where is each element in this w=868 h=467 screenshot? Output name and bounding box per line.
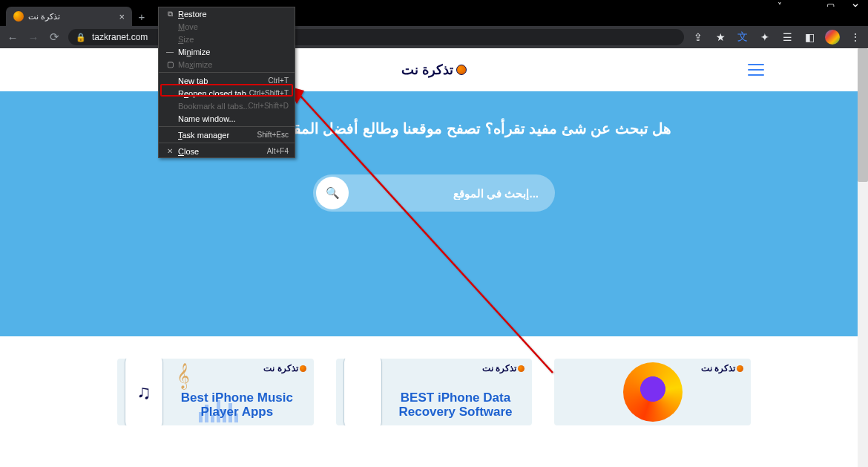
- tab-strip: تذكرة نت × +: [0, 7, 868, 26]
- side-panel-icon[interactable]: ◧: [803, 30, 816, 44]
- context-menu-item[interactable]: Task managerShift+Esc: [159, 128, 295, 141]
- card-title: BEST iPhone Data Recovery Software: [388, 391, 524, 419]
- kebab-menu-icon[interactable]: ⋮: [849, 30, 862, 44]
- card-music-apps[interactable]: ♫ 𝄞 تذكرة نت Best iPhone Music Player Ap…: [117, 359, 314, 425]
- tab-close-icon[interactable]: ×: [119, 11, 125, 22]
- context-menu-item: ▢Maximize: [159, 58, 295, 71]
- card-title: Best iPhone Music Player Apps: [169, 391, 305, 419]
- context-menu-item: Move: [159, 20, 295, 33]
- translate-icon[interactable]: 文: [736, 30, 749, 44]
- share-icon[interactable]: ⇪: [691, 30, 705, 44]
- treble-clef-icon: 𝄞: [177, 363, 190, 389]
- titlebar: [0, 0, 868, 7]
- card-firefox[interactable]: تذكرة نت: [554, 359, 751, 425]
- forward-button[interactable]: →: [27, 30, 40, 44]
- search-button[interactable]: 🔍: [316, 177, 349, 209]
- context-menu-item: Bookmark all tabs...Ctrl+Shift+D: [159, 99, 295, 112]
- context-menu-item[interactable]: ⧉Restore: [159, 7, 295, 20]
- tab-title: تذكرة نت: [28, 12, 60, 22]
- back-button[interactable]: ←: [6, 30, 19, 44]
- site-header: تذكرة نت: [0, 48, 868, 91]
- site-search: 🔍: [313, 174, 555, 212]
- article-cards: ♫ 𝄞 تذكرة نت Best iPhone Music Player Ap…: [0, 336, 868, 425]
- reload-button[interactable]: ⟳: [47, 30, 61, 44]
- vertical-scrollbar[interactable]: [858, 48, 868, 467]
- context-menu-item[interactable]: ✕CloseAlt+F4: [159, 145, 295, 157]
- logo-text: تذكرة نت: [401, 62, 453, 78]
- web-page-content: تذكرة نت هل تبحث عن شئ مفيد تقرأه؟ تصفح …: [0, 48, 868, 467]
- context-menu-item[interactable]: New tabCtrl+T: [159, 74, 295, 87]
- favicon-icon: [13, 11, 24, 22]
- lock-icon: 🔒: [76, 33, 86, 42]
- url-text: tazkranet.com: [92, 32, 148, 42]
- new-tab-button[interactable]: +: [132, 7, 151, 26]
- reading-list-icon[interactable]: ☰: [780, 30, 794, 44]
- profile-avatar[interactable]: [825, 30, 840, 45]
- search-icon: 🔍: [326, 186, 340, 200]
- firefox-icon: [623, 362, 683, 422]
- search-input[interactable]: [349, 187, 552, 200]
- extensions-icon[interactable]: ✦: [758, 30, 772, 44]
- logo-dot-icon: [456, 65, 467, 75]
- browser-toolbar: ← → ⟳ 🔒 tazkranet.com ⇪ ★ 文 ✦ ☰ ◧ ⋮: [0, 26, 868, 48]
- card-data-recovery[interactable]: تذكرة نت BEST iPhone Data Recovery Softw…: [336, 359, 533, 425]
- bookmark-star-icon[interactable]: ★: [714, 30, 727, 44]
- window-context-menu: ⧉RestoreMoveSize—Minimize▢MaximizeNew ta…: [158, 7, 295, 158]
- hero-section: هل تبحث عن شئ مفيد تقرأه؟ تصفح موقعنا وط…: [0, 91, 868, 336]
- hamburger-menu-button[interactable]: [748, 64, 764, 76]
- music-note-icon: ♫: [137, 381, 151, 404]
- context-menu-item[interactable]: Reopen closed tabCtrl+Shift+T: [159, 87, 295, 99]
- site-logo[interactable]: تذكرة نت: [401, 62, 467, 78]
- context-menu-item: Size: [159, 33, 295, 45]
- context-menu-item[interactable]: —Minimize: [159, 45, 295, 58]
- context-menu-item[interactable]: Name window...: [159, 112, 295, 125]
- browser-tab[interactable]: تذكرة نت ×: [6, 7, 132, 26]
- scrollbar-thumb[interactable]: [858, 48, 868, 182]
